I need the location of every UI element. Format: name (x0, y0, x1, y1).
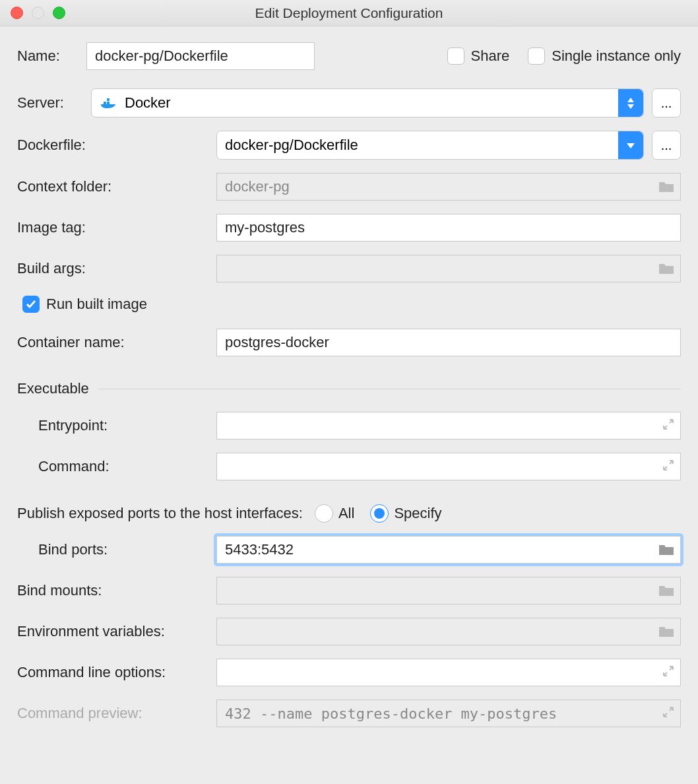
bind-ports-label: Bind ports: (17, 541, 216, 558)
bind-mounts-input[interactable] (216, 577, 681, 604)
env-vars-label: Environment variables: (17, 623, 216, 640)
env-vars-input[interactable] (216, 618, 681, 645)
command-row: Command: (17, 453, 681, 480)
container-name-row: Container name: (17, 329, 681, 356)
single-instance-checkbox[interactable] (528, 48, 545, 65)
divider (98, 389, 681, 389)
publish-all-radio[interactable] (315, 504, 333, 523)
folder-icon[interactable] (658, 584, 674, 597)
dockerfile-more-button[interactable]: ... (652, 131, 681, 160)
command-label: Command: (17, 458, 216, 475)
image-tag-label: Image tag: (17, 219, 216, 236)
context-folder-label: Context folder: (17, 178, 216, 195)
bind-mounts-label: Bind mounts: (17, 582, 216, 599)
window-title: Edit Deployment Configuration (0, 5, 698, 21)
build-args-input[interactable] (216, 255, 681, 282)
server-more-button[interactable]: ... (652, 88, 681, 117)
server-row: Server: Docker ... (17, 88, 681, 117)
chevron-up-down-icon (618, 89, 643, 117)
name-row: Name: Share Single instance only (17, 42, 681, 70)
folder-icon[interactable] (658, 543, 674, 556)
publish-ports-label: Publish exposed ports to the host interf… (17, 505, 303, 522)
context-folder-input[interactable] (216, 173, 681, 201)
dialog-window: Edit Deployment Configuration Name: Shar… (0, 0, 698, 784)
cmd-line-options-row: Command line options: (17, 659, 681, 686)
run-built-image-label: Run built image (46, 296, 147, 313)
cmd-preview-label: Command preview: (17, 705, 216, 722)
share-label: Share (471, 48, 510, 65)
build-args-label: Build args: (17, 260, 216, 277)
expand-icon[interactable] (662, 665, 674, 680)
server-label: Server: (17, 94, 91, 112)
docker-icon (100, 96, 118, 110)
dockerfile-row: Dockerfile: docker-pg/Dockerfile ... (17, 131, 681, 160)
dialog-content: Name: Share Single instance only Server: (0, 26, 698, 743)
bind-ports-row: Bind ports: (17, 536, 681, 564)
folder-icon[interactable] (658, 625, 674, 638)
executable-section: Executable (17, 380, 681, 397)
dockerfile-value: docker-pg/Dockerfile (225, 137, 358, 154)
cmd-line-options-label: Command line options: (17, 664, 216, 681)
name-label: Name: (17, 48, 86, 65)
dockerfile-select[interactable]: docker-pg/Dockerfile (216, 131, 644, 160)
image-tag-row: Image tag: (17, 214, 681, 242)
cmd-preview-row: Command preview: (17, 700, 681, 727)
command-input[interactable] (216, 453, 681, 480)
expand-icon[interactable] (662, 418, 674, 434)
svg-rect-0 (104, 102, 106, 104)
chevron-down-icon (618, 131, 643, 159)
server-select[interactable]: Docker (91, 88, 644, 117)
container-name-input[interactable] (216, 329, 681, 356)
bind-ports-input[interactable] (216, 536, 681, 564)
folder-icon[interactable] (658, 180, 674, 193)
publish-specify-radio[interactable] (370, 504, 389, 523)
bind-mounts-row: Bind mounts: (17, 577, 681, 604)
svg-rect-2 (107, 98, 110, 101)
run-built-image-checkbox[interactable] (22, 296, 40, 313)
title-bar: Edit Deployment Configuration (0, 0, 698, 26)
entrypoint-row: Entrypoint: (17, 412, 681, 440)
executable-label: Executable (17, 380, 89, 397)
expand-icon[interactable] (662, 459, 674, 474)
cmd-line-options-input[interactable] (216, 659, 681, 686)
server-value: Docker (125, 94, 171, 112)
dockerfile-label: Dockerfile: (17, 137, 216, 154)
entrypoint-input[interactable] (216, 412, 681, 440)
build-args-row: Build args: (17, 255, 681, 282)
expand-icon[interactable] (662, 705, 674, 721)
share-checkbox[interactable] (447, 48, 464, 65)
folder-icon[interactable] (658, 262, 674, 275)
container-name-label: Container name: (17, 334, 216, 351)
context-folder-row: Context folder: (17, 173, 681, 201)
env-vars-row: Environment variables: (17, 618, 681, 645)
publish-ports-row: Publish exposed ports to the host interf… (17, 504, 681, 523)
single-instance-label: Single instance only (552, 48, 681, 65)
cmd-preview-input (216, 700, 681, 727)
name-input[interactable] (86, 42, 315, 70)
entrypoint-label: Entrypoint: (17, 417, 216, 434)
run-built-image-row: Run built image (17, 296, 681, 313)
image-tag-input[interactable] (216, 214, 681, 242)
publish-specify-label: Specify (394, 505, 441, 522)
svg-rect-1 (107, 102, 110, 104)
publish-all-label: All (338, 505, 354, 522)
